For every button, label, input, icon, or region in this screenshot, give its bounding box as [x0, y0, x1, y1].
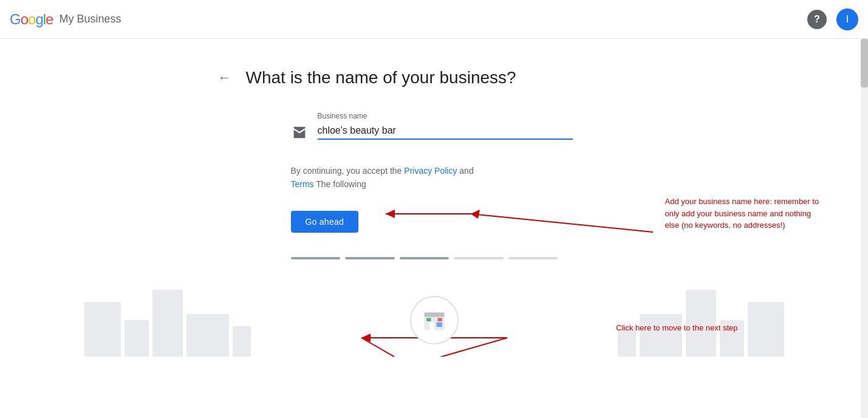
terms-before-link1: By continuing, you accept the: [291, 166, 405, 176]
logo-o1: o: [21, 11, 28, 27]
store-field-icon: [291, 124, 308, 145]
progress-steps: [291, 257, 558, 259]
business-name-input[interactable]: [318, 123, 573, 140]
header: Google My Business ? I: [0, 0, 868, 39]
logo-o2: o: [28, 11, 35, 27]
svg-rect-2: [429, 322, 434, 330]
terms-link[interactable]: Terms: [291, 179, 314, 189]
business-name-wrapper: Business name: [291, 112, 845, 145]
form-area: Business name By continuing, you accept …: [291, 112, 845, 259]
go-ahead-button[interactable]: Go ahead: [291, 211, 359, 233]
svg-rect-1: [424, 312, 444, 317]
step-bar-4: [454, 257, 504, 259]
building-3: [152, 290, 183, 357]
store-illustration: [421, 307, 448, 334]
google-logo: Google: [10, 11, 53, 28]
bottom-illustration: [24, 272, 845, 357]
scrollbar[interactable]: [861, 39, 868, 357]
page-title: What is the name of your business?: [246, 68, 516, 87]
header-logo-area: Google My Business: [10, 11, 121, 28]
step-bar-3: [400, 257, 449, 259]
business-name-label: Business name: [318, 112, 573, 120]
page-heading: ← What is the name of your business?: [218, 68, 845, 87]
logo-g: G: [10, 11, 21, 27]
main-content: ← What is the name of your business? Bus…: [9, 68, 859, 357]
logo-g2: g: [35, 11, 43, 27]
app-name: My Business: [59, 13, 121, 26]
building-1: [84, 302, 121, 357]
business-name-field-container: Business name: [318, 112, 573, 140]
back-button[interactable]: ←: [218, 70, 231, 86]
privacy-policy-link[interactable]: Privacy Policy: [404, 166, 457, 176]
scrollbar-thumb[interactable]: [861, 39, 868, 87]
annotation-right-text: Add your business name here: remember to…: [665, 196, 823, 231]
step-bar-2: [345, 257, 395, 259]
user-avatar[interactable]: I: [836, 9, 858, 30]
building-2: [125, 320, 149, 357]
logo-e: e: [46, 11, 53, 27]
svg-rect-4: [426, 318, 431, 321]
building-7: [640, 314, 682, 357]
svg-rect-5: [437, 318, 442, 321]
svg-rect-3: [436, 322, 442, 326]
terms-between: and: [457, 166, 473, 176]
step-bar-1: [291, 257, 341, 259]
annotation-bottom-text: Click here to move to the next step: [616, 323, 737, 332]
building-10: [748, 302, 784, 357]
building-4: [186, 314, 229, 357]
building-5: [233, 326, 251, 357]
terms-after: The following: [314, 179, 366, 189]
help-icon[interactable]: ?: [807, 10, 827, 29]
header-actions: ? I: [807, 9, 858, 30]
center-store-icon: [410, 296, 459, 344]
terms-text: By continuing, you accept the Privacy Po…: [291, 164, 546, 191]
step-bar-5: [508, 257, 558, 259]
